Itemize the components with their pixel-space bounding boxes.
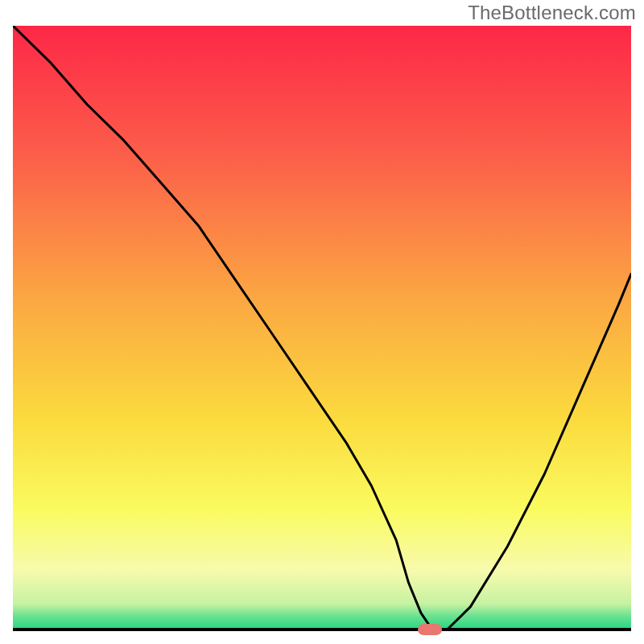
min-marker <box>418 624 442 635</box>
plot-area <box>13 26 631 631</box>
gradient-background <box>13 26 631 631</box>
bottleneck-chart: TheBottleneck.com <box>0 0 644 644</box>
watermark-text: TheBottleneck.com <box>468 2 636 24</box>
chart-svg <box>13 26 631 631</box>
